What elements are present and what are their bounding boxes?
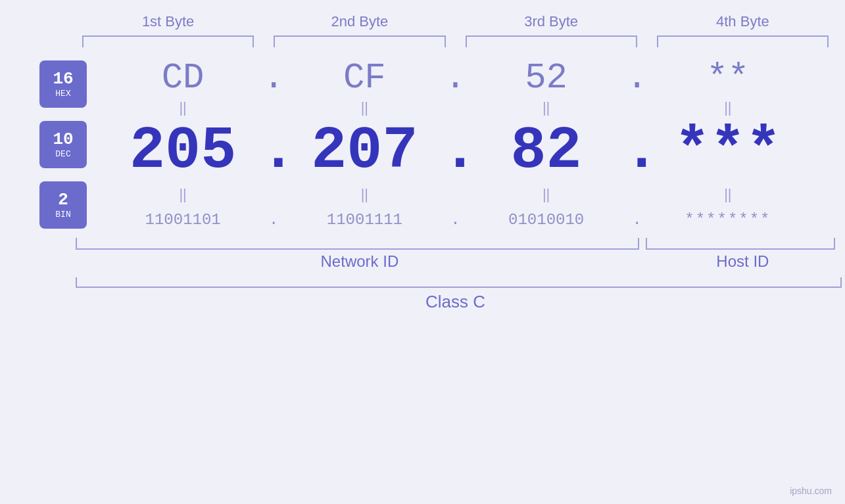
bin-b1-value: 11001101 (145, 211, 221, 229)
bottom-brackets: Network ID Host ID (72, 238, 838, 271)
bin-dot2: . (443, 211, 469, 229)
hex-badge-label: HEX (55, 89, 70, 99)
bin-dot1: . (260, 211, 287, 229)
bracket-byte4 (657, 35, 829, 47)
bin-b2-value: 11001111 (327, 211, 402, 229)
class-bracket-line (76, 277, 842, 288)
dec-b1-value: 205 (130, 118, 236, 185)
hex-b4-value: ** (706, 58, 749, 98)
dec-b3-value: 82 (511, 118, 582, 185)
bottom-labels-row: Network ID Host ID (72, 252, 838, 271)
host-id-label: Host ID (647, 252, 838, 271)
bin-b1-cell: 11001101 (105, 211, 260, 229)
bin-badge-number: 2 (58, 191, 68, 210)
bin-b2-cell: 11001111 (287, 211, 442, 229)
byte3-header: 3rd Byte (456, 13, 647, 30)
dec-dot3: . (624, 118, 650, 185)
bin-b4-value: ******** (685, 211, 771, 229)
bin-b3-value: 01010010 (508, 211, 584, 229)
bin-b4-cell: ******** (650, 211, 806, 229)
hex-b4-cell: ** (650, 58, 806, 98)
bin-dot3: . (624, 211, 650, 229)
dec-b3-cell: 82 (469, 118, 624, 185)
hex-values-row: CD . CF . 52 . ** (105, 54, 806, 98)
dec-values-row: 205 . 207 . 82 . *** (105, 118, 806, 185)
bin-badge-label: BIN (55, 210, 70, 219)
footer-text: ipshu.com (790, 486, 832, 496)
dec-b2-cell: 207 (287, 118, 442, 185)
hex-b1-value: CD (162, 58, 205, 98)
byte-headers-row: 1st Byte 2nd Byte 3rd Byte 4th Byte (72, 13, 838, 30)
bottom-bracket-row (72, 238, 838, 250)
top-bracket-row (72, 35, 838, 47)
hex-b2-value: CF (343, 58, 386, 98)
class-label: Class C (72, 292, 838, 312)
class-bracket-area: Class C (72, 277, 838, 312)
dec-b4-cell: *** (650, 118, 806, 185)
hex-dot1: . (260, 58, 287, 98)
hex-dot3: . (624, 58, 650, 98)
eq-row-1: || || || || (105, 98, 806, 118)
hex-badge: 16 HEX (39, 60, 87, 108)
main-container: 1st Byte 2nd Byte 3rd Byte 4th Byte 16 H… (0, 0, 845, 504)
hex-badge-number: 16 (53, 70, 73, 89)
dec-badge-number: 10 (53, 130, 73, 149)
dec-b1-cell: 205 (105, 118, 260, 185)
values-grid: CD . CF . 52 . ** (105, 54, 806, 235)
network-id-label: Network ID (72, 252, 647, 271)
dec-dot2: . (443, 118, 469, 185)
hex-dot2: . (443, 58, 469, 98)
dec-b4-value: *** (675, 118, 781, 185)
bracket-byte2 (274, 35, 445, 47)
hex-b1-cell: CD (105, 58, 260, 98)
bracket-byte1 (82, 35, 254, 47)
network-bracket (76, 238, 639, 250)
hex-b2-cell: CF (287, 58, 442, 98)
byte2-header: 2nd Byte (264, 13, 455, 30)
byte1-header: 1st Byte (72, 13, 264, 30)
bracket-byte3 (466, 35, 637, 47)
badges-column: 16 HEX 10 DEC 2 BIN (39, 54, 105, 235)
hex-b3-value: 52 (525, 58, 567, 98)
dec-badge: 10 DEC (39, 121, 87, 168)
byte4-header: 4th Byte (647, 13, 838, 30)
dec-b2-value: 207 (311, 118, 418, 185)
bin-b3-cell: 01010010 (469, 211, 624, 229)
host-bracket (646, 238, 835, 250)
rows-area: 16 HEX 10 DEC 2 BIN CD . (39, 54, 806, 235)
bin-badge: 2 BIN (39, 181, 87, 229)
dec-dot1: . (260, 118, 287, 185)
dec-badge-label: DEC (55, 149, 70, 159)
hex-b3-cell: 52 (469, 58, 624, 98)
eq-row-2: || || || || (105, 185, 806, 204)
bin-values-row: 11001101 . 11001111 . 01010010 . (105, 204, 806, 235)
